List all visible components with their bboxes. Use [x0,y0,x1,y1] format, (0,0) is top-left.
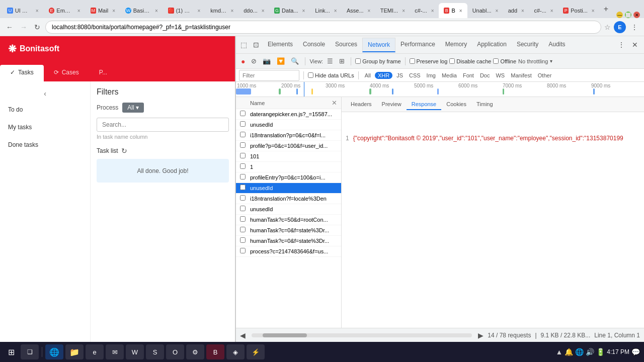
req-row-unusedid-selected[interactable]: unusedId [236,183,341,194]
taskbar-bonita[interactable]: B [206,344,224,359]
nav-tab-cases[interactable]: ⟳ Cases [44,65,89,81]
detail-tab-headers[interactable]: Headers [346,99,377,110]
throttling-dropdown-icon[interactable]: ▾ [550,58,552,64]
new-tab-button[interactable]: + [600,5,612,14]
list-view-button[interactable]: ☰ [325,56,335,66]
forward-button[interactable]: → [18,22,29,32]
dt-tab-performance[interactable]: Performance [395,38,440,52]
req-checkbox[interactable] [240,142,246,148]
taskbar-settings[interactable]: ⚙ [186,344,204,359]
status-scrollbar[interactable] [252,333,472,337]
record-button[interactable]: ● [239,56,247,67]
menu-button[interactable]: ⋮ [629,22,640,32]
devtools-overflow-button[interactable]: ⋮ [616,39,627,51]
tab-temi[interactable]: TEMI...× [375,3,410,18]
req-row-profile[interactable]: profile?p=0&c=100&f=user_id... [236,141,341,151]
taskbar-outlook[interactable]: O [166,344,184,359]
req-checkbox[interactable] [240,121,246,127]
filter-icon-button[interactable]: 🔽 [275,56,287,66]
req-checkbox[interactable] [240,227,246,232]
stop-button[interactable]: ⊘ [249,56,259,66]
req-row-i18n-locale[interactable]: i18ntranslation?f=locale%3Den [236,194,341,204]
req-row-humantask-2[interactable]: humanTask?c=0&f=state%3Dr... [236,225,341,236]
req-row-daterangepicker[interactable]: daterangepicker.en.js?_=15587... [236,109,341,120]
dt-tab-console[interactable]: Console [298,38,330,52]
tab-kmd[interactable]: kmd|...× [205,3,238,18]
maximize-button[interactable]: ⬜ [625,12,631,18]
req-checkbox[interactable] [240,237,246,243]
req-checkbox[interactable] [240,185,246,190]
filter-font[interactable]: Font [461,71,476,79]
bookmark-button[interactable]: ☆ [604,23,611,31]
req-checkbox[interactable] [240,195,246,201]
tab-csharp2[interactable]: c#-...× [529,3,558,18]
minimize-button[interactable]: — [616,12,623,18]
dt-tab-audits[interactable]: Audits [543,38,570,52]
sidebar-item-donetasks[interactable]: Done tasks [0,136,90,153]
start-button[interactable]: ⊞ [4,345,19,359]
notification-icon[interactable]: 🔔 [565,348,573,356]
offline-checkbox[interactable]: Offline [493,58,516,64]
camera-button[interactable]: 📷 [261,56,273,66]
filter-all[interactable]: All [363,71,373,79]
filter-media[interactable]: Media [440,71,459,79]
req-checkbox[interactable] [240,132,246,137]
req-row-profileentry[interactable]: profileEntry?p=0&c=100&o=i... [236,172,341,183]
process-filter-button[interactable]: All ▾ [122,103,144,113]
req-row-unusedid-1[interactable]: unusedId [236,120,341,130]
devtools-close-button[interactable]: ✕ [628,39,642,51]
req-row-101[interactable]: 101 [236,151,341,162]
grid-view-button[interactable]: ⊞ [337,56,347,66]
search-button[interactable]: 🔍 [289,56,301,66]
detail-tab-cookies[interactable]: Cookies [441,99,471,110]
dt-tab-elements[interactable]: Elements [263,38,298,52]
sound-icon[interactable]: 🔊 [586,348,594,356]
tab-add[interactable]: add× [503,3,529,18]
taskbar-chrome[interactable]: 🌐 [45,344,63,359]
req-row-1[interactable]: 1 [236,162,341,172]
req-row-humantask-3[interactable]: humanTask?c=0&f=state%3Dr... [236,236,341,246]
network-icon[interactable]: 🌐 [575,348,584,356]
scroll-left-button[interactable]: ◀ [240,331,246,339]
req-row-humantask-1[interactable]: humanTask?c=50&d=rootCon... [236,215,341,225]
taskbar-wordpress[interactable]: W [126,344,144,359]
profile-avatar[interactable]: E [614,21,626,33]
dt-tab-memory[interactable]: Memory [440,38,472,52]
req-checkbox[interactable] [240,174,246,179]
preserve-log-checkbox[interactable]: Preserve log [410,58,448,64]
tab-one[interactable]: 🔴(1) W...× [163,3,205,18]
taskbar-explorer[interactable]: 📁 [65,344,84,359]
devtools-inspect-button[interactable]: ⬚ [238,39,250,51]
detail-tab-response[interactable]: Response [407,99,442,110]
taskbar-vs[interactable]: ◈ [226,344,245,359]
tab-bonita[interactable]: BB× [439,3,467,18]
filter-other[interactable]: Other [536,71,554,79]
tab-posti[interactable]: PPosti...× [558,3,600,18]
tab-link[interactable]: Link...× [310,3,342,18]
task-view-button[interactable]: ❑ [21,344,39,359]
req-row-i18n-1[interactable]: i18ntranslation?p=0&c=0&f=l... [236,130,341,141]
tab-basic[interactable]: WBasic...× [120,3,163,18]
tab-empl[interactable]: EEmpl...× [44,3,86,18]
detail-tab-timing[interactable]: Timing [471,99,498,110]
filter-xhr[interactable]: XHR [375,72,392,79]
tab-ui[interactable]: UUI Di...× [2,3,44,18]
filter-css[interactable]: CSS [407,71,423,79]
dt-tab-sources[interactable]: Sources [330,38,362,52]
req-checkbox[interactable] [240,153,246,158]
req-row-unusedid-3[interactable]: unusedId [236,204,341,215]
hide-data-urls-checkbox[interactable]: Hide data URLs [308,72,354,78]
req-checkbox[interactable] [240,248,246,253]
tab-csharp[interactable]: c#-...× [410,3,439,18]
sidebar-item-mytasks[interactable]: My tasks [0,118,90,136]
sidebar-collapse-button[interactable]: ‹ [0,86,90,101]
filter-js[interactable]: JS [394,71,405,79]
address-input[interactable] [45,21,601,34]
close-column-button[interactable]: ✕ [332,99,337,107]
taskbar-app[interactable]: ⚡ [247,344,265,359]
detail-tab-preview[interactable]: Preview [377,99,407,110]
refresh-icon[interactable]: ↻ [121,147,127,155]
taskbar-skype[interactable]: S [146,344,164,359]
tab-ddo[interactable]: ddo...× [238,3,269,18]
back-button[interactable]: ← [4,22,15,32]
